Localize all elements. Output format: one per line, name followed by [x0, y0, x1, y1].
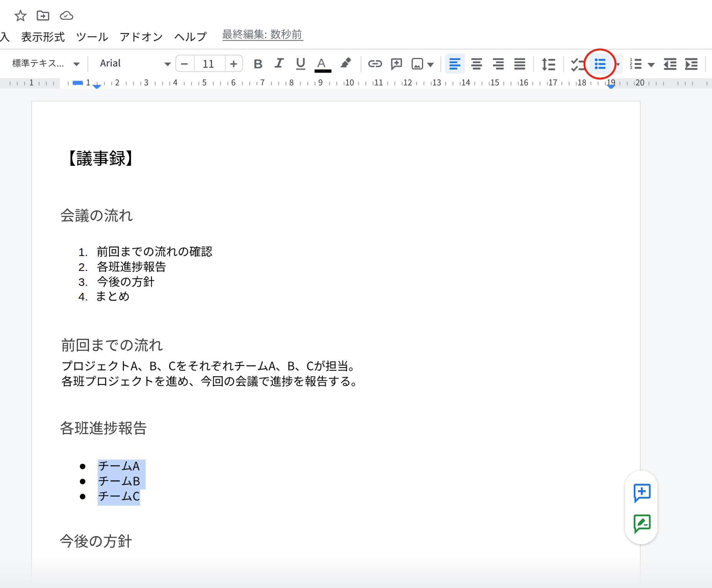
svg-text:1: 1: [630, 57, 632, 62]
svg-text:2.: 2.: [78, 261, 88, 273]
svg-text:3.: 3.: [78, 276, 88, 288]
svg-text:B: B: [254, 57, 263, 71]
svg-text:1.: 1.: [78, 246, 88, 258]
svg-text:A: A: [317, 56, 326, 70]
svg-text:4.: 4.: [78, 290, 88, 303]
svg-text:3: 3: [630, 65, 632, 70]
